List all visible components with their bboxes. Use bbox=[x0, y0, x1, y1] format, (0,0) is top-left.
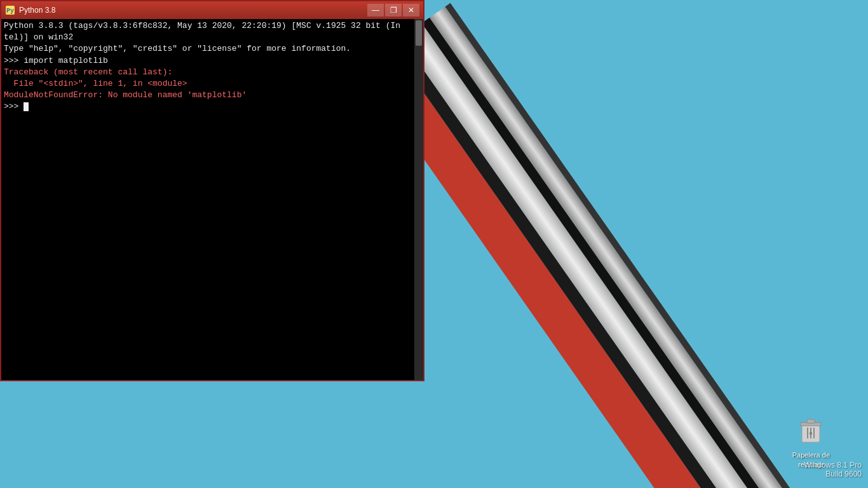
line-1: Python 3.8.3 (tags/v3.8.3:6f8c832, May 1… bbox=[4, 21, 400, 30]
close-button[interactable]: ✕ bbox=[403, 4, 419, 17]
line-6: File "<stdin>", line 1, in <module> bbox=[4, 79, 187, 88]
line-2: tel)] on win32 bbox=[4, 32, 73, 42]
title-bar-controls: — ❐ ✕ bbox=[367, 4, 419, 17]
recycle-bin-icon: ♻ bbox=[796, 414, 826, 445]
console-body[interactable]: Python 3.8.3 (tags/v3.8.3:6f8c832, May 1… bbox=[1, 19, 423, 380]
python-window: Py Python 3.8 — ❐ ✕ Python 3.8.3 (tags/v… bbox=[0, 0, 424, 381]
svg-rect-2 bbox=[807, 419, 815, 423]
line-8: >>> bbox=[4, 102, 24, 111]
svg-text:Py: Py bbox=[6, 8, 14, 15]
line-4: >>> import matplotlib bbox=[4, 56, 108, 65]
line-5: Traceback (most recent call last): bbox=[4, 67, 172, 77]
maximize-button[interactable]: ❐ bbox=[385, 4, 402, 17]
line-7: ModuleNotFoundError: No module named 'ma… bbox=[4, 90, 247, 100]
scrollbar-thumb[interactable] bbox=[416, 20, 422, 46]
minimize-button[interactable]: — bbox=[367, 4, 384, 17]
console-output: Python 3.8.3 (tags/v3.8.3:6f8c832, May 1… bbox=[1, 19, 423, 114]
line-3: Type "help", "copyright", "credits" or "… bbox=[4, 44, 351, 53]
console-scrollbar[interactable] bbox=[414, 19, 423, 380]
windows-watermark: Windows 8.1 Pro Build 9600 bbox=[804, 461, 862, 478]
title-bar-left: Py Python 3.8 bbox=[5, 5, 55, 15]
title-bar: Py Python 3.8 — ❐ ✕ bbox=[1, 1, 423, 19]
cursor bbox=[24, 102, 29, 111]
window-title: Python 3.8 bbox=[19, 6, 55, 15]
python-logo-icon: Py bbox=[5, 5, 15, 15]
svg-text:♻: ♻ bbox=[810, 430, 813, 436]
